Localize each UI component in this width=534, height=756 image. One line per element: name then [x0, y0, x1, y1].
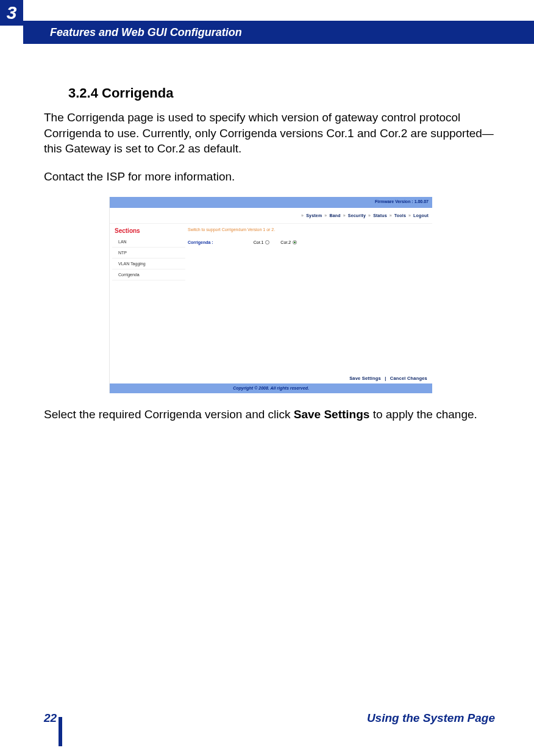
sidebar-item-vlan-tagging[interactable]: VLAN Tagging	[112, 259, 185, 269]
corrigenda-label: Corrigenda :	[188, 240, 213, 244]
gui-nav-band: »System »Band »Security »Status »Tools »…	[110, 208, 432, 224]
firmware-version-label: Firmware Version : 1.00.07	[375, 199, 429, 204]
paragraph-3-strong: Save Settings	[294, 408, 370, 421]
nav-sep-icon: »	[324, 213, 327, 218]
paragraph-1: The Corrigenda page is used to specify w…	[44, 110, 497, 157]
corrigenda-options: Cor.1 Cor.2	[254, 240, 297, 244]
nav-sep-icon: »	[343, 213, 346, 218]
cancel-changes-button[interactable]: Cancel Changes	[390, 376, 427, 381]
nav-sep-icon: »	[408, 213, 411, 218]
chapter-header-bar: Features and Web GUI Configuration	[23, 21, 534, 44]
sidebar-item-ntp[interactable]: NTP	[112, 248, 185, 259]
radio-cor1-label: Cor.1	[254, 240, 264, 244]
chapter-header-title: Features and Web GUI Configuration	[50, 26, 242, 39]
footer-title: Using the System Page	[367, 711, 495, 725]
corrigenda-row: Corrigenda : Cor.1 Cor.2	[188, 240, 429, 244]
section-heading: 3.2.4 Corrigenda	[68, 85, 497, 101]
sidebar-item-corrigenda[interactable]: Corrigenda	[112, 269, 185, 280]
paragraph-3: Select the required Corrigenda version a…	[44, 407, 497, 423]
radio-cor2-label: Cor.2	[280, 240, 291, 244]
gui-main: Switch to support Corrigendum Version 1 …	[188, 227, 429, 244]
gui-top-bar: Firmware Version : 1.00.07	[110, 197, 432, 208]
page-footer: 22 Using the System Page	[44, 710, 495, 727]
nav-sep-icon: »	[390, 213, 392, 218]
nav-security[interactable]: Security	[348, 213, 366, 218]
radio-unselected-icon	[265, 240, 269, 244]
paragraph-3-pre: Select the required Corrigenda version a…	[44, 408, 294, 421]
paragraph-2: Contact the ISP for more information.	[44, 169, 497, 185]
nav-logout[interactable]: Logout	[413, 213, 429, 218]
page-body: 3.2.4 Corrigenda The Corrigenda page is …	[44, 85, 497, 434]
gui-body: Sections LAN NTP VLAN Tagging Corrigenda…	[110, 224, 432, 374]
sidebar-item-lan[interactable]: LAN	[112, 237, 185, 248]
nav-sep-icon: »	[301, 213, 304, 218]
chapter-number-tab: 3	[0, 0, 23, 26]
nav-status[interactable]: Status	[373, 213, 387, 218]
radio-cor1[interactable]: Cor.1	[254, 240, 270, 244]
radio-selected-icon	[293, 240, 297, 244]
save-settings-button[interactable]: Save Settings	[349, 376, 381, 381]
page-number: 22	[44, 711, 57, 725]
nav-system[interactable]: System	[306, 213, 322, 218]
radio-cor2[interactable]: Cor.2	[280, 240, 297, 244]
gui-copyright: Copyright © 2008. All rights reserved.	[110, 383, 432, 393]
sidebar-title: Sections	[112, 227, 185, 234]
actions-divider-icon: |	[385, 376, 386, 381]
gui-nav-items: »System »Band »Security »Status »Tools »…	[301, 213, 429, 218]
nav-tools[interactable]: Tools	[394, 213, 406, 218]
gui-window: Firmware Version : 1.00.07 »System »Band…	[109, 197, 432, 393]
embedded-screenshot: Firmware Version : 1.00.07 »System »Band…	[44, 197, 497, 393]
gui-sidebar: Sections LAN NTP VLAN Tagging Corrigenda	[112, 227, 185, 280]
paragraph-3-post: to apply the change.	[369, 408, 477, 421]
nav-band[interactable]: Band	[329, 213, 340, 218]
hint-text: Switch to support Corrigendum Version 1 …	[188, 227, 429, 232]
nav-sep-icon: »	[368, 213, 371, 218]
footer-rule-icon	[59, 717, 62, 746]
gui-actions: Save Settings | Cancel Changes	[349, 376, 427, 381]
